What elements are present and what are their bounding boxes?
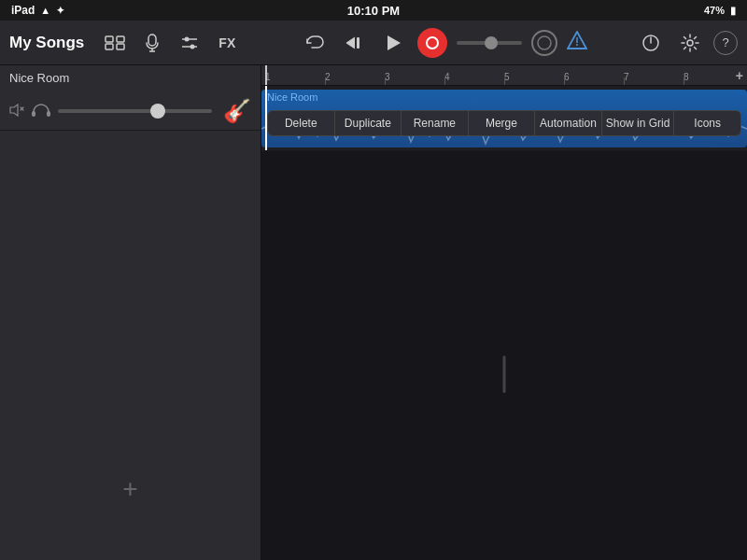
ruler-tick-2 [325,77,326,85]
status-left: iPad ▲ ✦ [11,4,64,17]
mixer-button[interactable] [174,27,205,59]
undo-button[interactable] [300,28,330,58]
svg-point-19 [687,40,693,46]
svg-point-10 [190,44,195,49]
mic-button[interactable] [136,27,168,59]
time-display: 10:10 PM [347,4,400,18]
tuner-button[interactable] [635,27,667,59]
volume-thumb-0 [150,104,165,119]
metronome-button[interactable] [531,30,557,56]
tempo-thumb [485,36,498,49]
svg-rect-23 [32,111,35,117]
wifi-icon: ▲ [40,5,50,16]
context-icons-button[interactable]: Icons [674,111,740,135]
context-automation-button[interactable]: Automation [535,111,602,135]
playhead-top [265,65,267,85]
record-indicator [426,36,439,49]
empty-timeline-area [261,151,747,560]
track-controls-0: 🎸 [9,98,251,124]
svg-rect-4 [148,35,156,46]
volume-slider-0[interactable] [58,109,212,113]
tempo-slider[interactable] [457,41,522,45]
ruler-tick-5 [504,77,505,85]
rewind-button[interactable] [339,28,369,58]
context-merge-button[interactable]: Merge [469,111,536,135]
ruler-tick-6 [564,77,565,85]
help-button[interactable]: ? [713,31,738,55]
ruler-tick-8 [684,77,684,85]
play-button[interactable] [378,28,408,58]
svg-rect-3 [117,44,124,49]
ruler-add-button[interactable]: + [736,68,743,83]
pitch-button[interactable] [567,31,587,54]
main-area: Nice Room [0,65,747,560]
context-rename-button[interactable]: Rename [402,111,469,135]
settings-button[interactable] [674,27,706,59]
track-header-0: Nice Room [0,65,261,131]
track-row-0: Nice Room Delete Duplicate Rename [261,86,747,151]
svg-rect-2 [117,36,124,42]
timeline-area: 1 2 3 4 5 6 7 8 + Nice Room [261,65,747,560]
ruler-tick-7 [624,77,625,85]
svg-rect-1 [106,44,113,49]
svg-point-13 [538,36,551,49]
battery-icon: ▮ [730,5,736,17]
context-duplicate-button[interactable]: Duplicate [335,111,402,135]
bluetooth-icon: ✦ [56,5,64,17]
status-right: 47% ▮ [704,5,736,17]
mute-button-0[interactable] [9,104,24,119]
headphone-button-0[interactable] [32,103,50,120]
toolbar-center [275,28,613,58]
context-show-in-grid-button[interactable]: Show in Grid [602,111,675,135]
record-button[interactable] [417,28,447,58]
svg-rect-11 [357,37,359,49]
context-menu: Delete Duplicate Rename Merge Automation [267,110,741,136]
fx-button[interactable]: FX [211,27,243,59]
status-bar: iPad ▲ ✦ 10:10 PM 47% ▮ [0,0,747,21]
instrument-icon-0[interactable]: 🎸 [223,98,251,124]
ruler-tick-4 [444,77,445,85]
svg-rect-24 [47,111,50,117]
battery-percent: 47% [704,5,725,16]
track-headers: Nice Room [0,65,261,560]
add-track-button[interactable]: + [122,474,137,504]
track-region-0[interactable]: Nice Room Delete Duplicate Rename [261,90,747,147]
svg-rect-0 [106,36,113,42]
ruler: 1 2 3 4 5 6 7 8 + [261,65,747,86]
svg-point-16 [576,44,578,46]
svg-marker-20 [10,105,18,116]
region-label-0: Nice Room [267,91,317,103]
svg-point-9 [185,36,190,41]
track-name-0: Nice Room [9,71,251,85]
app-title[interactable]: My Songs [9,34,84,52]
carrier-label: iPad [11,4,35,17]
toolbar-right: ? [616,27,738,59]
track-view-button[interactable] [99,27,131,59]
ruler-tick-3 [385,77,386,85]
toolbar: My Songs [0,21,747,65]
toolbar-left: My Songs [9,27,271,59]
context-delete-button[interactable]: Delete [268,111,335,135]
svg-marker-12 [388,35,401,50]
